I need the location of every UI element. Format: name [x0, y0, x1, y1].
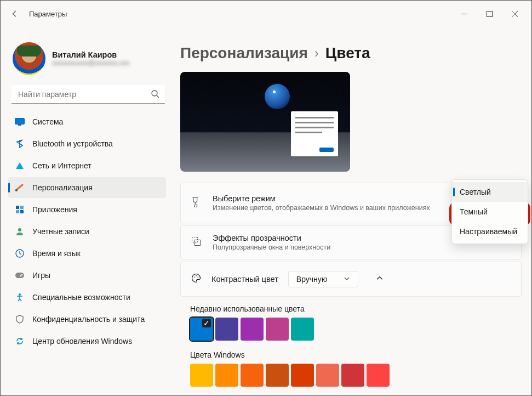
system-icon — [15, 117, 25, 126]
avatar — [13, 42, 45, 75]
accounts-icon — [15, 227, 25, 236]
sidebar-item-label: Система — [32, 117, 63, 126]
transparency-desc: Полупрозрачные окна и поверхности — [213, 244, 511, 251]
palette-icon — [191, 273, 202, 286]
accessibility-icon — [15, 293, 25, 302]
accent-title: Контрастный цвет — [211, 275, 278, 284]
windows-colors-swatches — [190, 364, 512, 387]
recent-colors-swatches — [190, 318, 512, 341]
sidebar-item-gaming[interactable]: Игры — [8, 265, 166, 286]
windows-color-swatch[interactable] — [367, 364, 390, 387]
nav-list: СистемаBluetooth и устройстваСеть и Инте… — [8, 111, 168, 352]
sidebar-item-label: Центр обновления Windows — [32, 337, 132, 346]
close-button[interactable] — [502, 1, 527, 26]
sidebar-item-label: Персонализация — [32, 183, 93, 192]
svg-point-4 — [15, 189, 18, 191]
windows-color-swatch[interactable] — [215, 364, 238, 387]
mode-option-1[interactable]: Темный — [452, 202, 528, 222]
recent-color-swatch[interactable] — [190, 318, 213, 341]
svg-point-18 — [196, 275, 197, 276]
setting-row-accent[interactable]: Контрастный цвет Вручную — [180, 262, 522, 297]
privacy-icon — [15, 315, 25, 324]
preview-earth — [265, 84, 290, 109]
sidebar-item-label: Специальные возможности — [32, 293, 130, 302]
maximize-button[interactable] — [477, 1, 502, 26]
brush-icon — [191, 196, 203, 210]
time-icon — [15, 249, 25, 258]
breadcrumb-parent[interactable]: Персонализация — [180, 44, 308, 62]
apps-icon — [15, 205, 25, 214]
svg-point-14 — [19, 293, 21, 296]
recent-color-swatch[interactable] — [241, 318, 264, 341]
chevron-up-icon[interactable] — [376, 274, 384, 284]
chevron-down-icon — [344, 275, 350, 284]
profile-block[interactable]: Виталий Каиров xxxxxxxxxxx@xxxxxxx.xxx — [8, 38, 168, 85]
windows-color-swatch[interactable] — [266, 364, 289, 387]
profile-email: xxxxxxxxxxx@xxxxxxx.xxx — [52, 59, 130, 67]
svg-point-13 — [20, 275, 22, 277]
recent-colors-section: Недавно использованные цвета Цвета Windo… — [180, 297, 522, 387]
svg-rect-8 — [20, 210, 24, 213]
mode-dropdown-popup: СветлыйТемныйНастраиваемый — [451, 179, 528, 244]
windows-color-swatch[interactable] — [341, 364, 364, 387]
breadcrumb: Персонализация › Цвета — [180, 44, 522, 62]
main-content: Персонализация › Цвета Выберите режим Из… — [170, 27, 531, 396]
minimize-button[interactable] — [451, 1, 477, 26]
sidebar-item-time[interactable]: Время и язык — [8, 243, 166, 264]
svg-point-1 — [152, 90, 157, 96]
sidebar: Виталий Каиров xxxxxxxxxxx@xxxxxxx.xxx С… — [1, 27, 170, 396]
svg-rect-5 — [16, 206, 19, 209]
sidebar-item-bluetooth[interactable]: Bluetooth и устройства — [8, 133, 166, 154]
recent-color-swatch[interactable] — [215, 318, 238, 341]
search-input[interactable] — [12, 85, 165, 104]
windows-colors-label: Цвета Windows — [190, 350, 512, 359]
sidebar-item-accessibility[interactable]: Специальные возможности — [8, 287, 166, 308]
svg-rect-7 — [16, 210, 19, 213]
sidebar-item-label: Сеть и Интернет — [32, 161, 91, 170]
search-icon — [151, 89, 159, 100]
sidebar-item-label: Учетные записи — [32, 227, 89, 236]
sidebar-item-apps[interactable]: Приложения — [8, 199, 166, 220]
transparency-icon — [191, 236, 203, 249]
windows-color-swatch[interactable] — [190, 364, 213, 387]
sidebar-item-network[interactable]: Сеть и Интернет — [8, 155, 166, 176]
search-box[interactable] — [12, 85, 165, 104]
recent-color-swatch[interactable] — [266, 318, 289, 341]
recent-color-swatch[interactable] — [291, 318, 314, 341]
preview-window — [291, 111, 338, 156]
sidebar-item-system[interactable]: Система — [8, 111, 166, 132]
svg-rect-0 — [487, 11, 492, 16]
sidebar-item-label: Конфиденциальность и защита — [32, 315, 145, 324]
windows-color-swatch[interactable] — [291, 364, 314, 387]
update-icon — [15, 337, 25, 346]
titlebar: Параметры — [1, 1, 531, 27]
svg-rect-6 — [20, 206, 24, 209]
sidebar-item-label: Приложения — [32, 205, 77, 214]
sidebar-item-update[interactable]: Центр обновления Windows — [8, 331, 166, 352]
back-button[interactable] — [10, 9, 19, 18]
windows-color-swatch[interactable] — [241, 364, 264, 387]
sidebar-item-label: Игры — [32, 271, 50, 280]
accent-mode-dropdown[interactable]: Вручную — [288, 271, 359, 287]
svg-point-12 — [21, 274, 23, 276]
svg-point-9 — [18, 228, 21, 231]
windows-color-swatch[interactable] — [316, 364, 339, 387]
profile-name: Виталий Каиров — [52, 50, 130, 59]
svg-point-19 — [198, 277, 199, 278]
recent-colors-label: Недавно использованные цвета — [190, 304, 512, 313]
sidebar-item-privacy[interactable]: Конфиденциальность и защита — [8, 309, 166, 330]
window-title: Параметры — [29, 10, 67, 18]
mode-option-0[interactable]: Светлый — [452, 182, 528, 202]
svg-rect-3 — [18, 125, 21, 126]
sidebar-item-label: Bluetooth и устройства — [32, 139, 113, 148]
personalization-icon — [15, 183, 25, 192]
svg-point-17 — [194, 277, 195, 278]
mode-option-2[interactable]: Настраиваемый — [452, 222, 528, 241]
accent-mode-value: Вручную — [296, 275, 328, 284]
sidebar-item-personalization[interactable]: Персонализация — [8, 177, 166, 198]
gaming-icon — [15, 271, 25, 280]
sidebar-item-accounts[interactable]: Учетные записи — [8, 221, 166, 242]
svg-rect-2 — [15, 118, 25, 125]
breadcrumb-current: Цвета — [325, 44, 370, 62]
bluetooth-icon — [15, 139, 25, 148]
